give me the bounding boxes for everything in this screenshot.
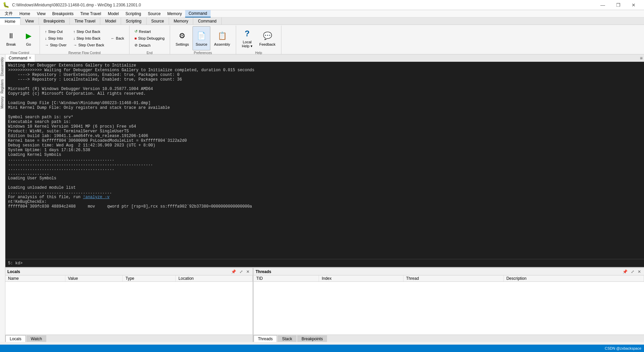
ribbon-tab-model[interactable]: Model xyxy=(100,17,121,25)
flow-control-buttons: ⏸ Break ▶ Go xyxy=(3,26,37,50)
go-button[interactable]: ▶ Go xyxy=(20,26,37,50)
bottom-panels: Locals 📌 ⤢ ✕ Name Value Type Location xyxy=(5,268,644,342)
titlebar-controls: — ❐ ✕ xyxy=(595,0,641,10)
threads-data-table: TID Index Thread Description xyxy=(254,275,644,282)
ribbon-tab-source[interactable]: Source xyxy=(147,17,169,25)
menu-item-scripting[interactable]: Scripting xyxy=(122,10,145,17)
menu-item-home[interactable]: Home xyxy=(16,10,34,17)
threads-close-button[interactable]: ✕ xyxy=(637,269,642,274)
ribbon-group-reverse-flow: ↑ Step Out ↓ Step Into → Step Over ↑ xyxy=(40,26,129,55)
stop-debugging-label: Stop Debugging xyxy=(138,36,165,40)
source-icon: 📄 xyxy=(196,31,207,41)
step-into-back-button[interactable]: ↓ Step Into Back xyxy=(71,35,107,41)
command-tab-label: Command xyxy=(9,56,27,60)
tab-watch[interactable]: Watch xyxy=(26,335,47,342)
back-label: Back xyxy=(116,36,124,40)
tab-locals[interactable]: Locals xyxy=(5,335,26,342)
step-out-back-label: Step Out Back xyxy=(76,30,100,34)
menu-item-command[interactable]: Command xyxy=(185,10,210,17)
local-help-button[interactable]: ? LocalHelp ▾ xyxy=(239,26,256,50)
source-button[interactable]: 📄 Source xyxy=(193,26,210,50)
threads-panel-header: Threads 📌 ⤢ ✕ xyxy=(254,268,644,275)
restart-icon: ↺ xyxy=(135,29,138,34)
settings-button[interactable]: ⚙ Settings xyxy=(173,26,192,50)
local-help-label: LocalHelp ▾ xyxy=(242,40,253,48)
ribbon-tab-home[interactable]: Home xyxy=(0,17,20,25)
analyze-link[interactable]: !analyze -v xyxy=(83,195,109,200)
ribbon-tab-breakpoints[interactable]: Breakpoints xyxy=(39,17,70,25)
go-label: Go xyxy=(26,42,31,46)
minimize-button[interactable]: — xyxy=(595,0,610,10)
tab-breakpoints[interactable]: Breakpoints xyxy=(297,335,327,342)
step-out-back-button[interactable]: ↑ Step Out Back xyxy=(71,29,107,35)
locals-col-location: Location xyxy=(176,275,253,282)
locals-col-name: Name xyxy=(5,275,65,282)
sidebar-item-disassembly[interactable]: Disassembly xyxy=(0,56,5,78)
back-button[interactable]: ← Back xyxy=(109,35,126,41)
close-button[interactable]: ✕ xyxy=(626,0,641,10)
sidebar-item-registers[interactable]: Registers xyxy=(0,78,5,95)
stop-debugging-icon: ■ xyxy=(135,36,137,40)
command-input[interactable] xyxy=(24,261,641,266)
tab-stack[interactable]: Stack xyxy=(278,335,297,342)
ribbon-tab-view[interactable]: View xyxy=(20,17,39,25)
threads-pin-button[interactable]: 📌 xyxy=(622,269,629,274)
threads-panel-title: Threads xyxy=(256,269,620,274)
threads-panel-tabs: Threads Stack Breakpoints xyxy=(254,335,644,342)
assembly-label: Assembly xyxy=(214,42,230,46)
command-area: Command ✕ ≡ Waiting for Debugger Extensi… xyxy=(5,54,644,268)
locals-panel-title: Locals xyxy=(7,269,229,274)
tab-threads[interactable]: Threads xyxy=(254,335,277,342)
ribbon-group-preferences: ⚙ Settings 📄 Source 📋 Assembly Preferenc… xyxy=(170,26,236,55)
ribbon-tab-memory[interactable]: Memory xyxy=(169,17,193,25)
assembly-button[interactable]: 📋 Assembly xyxy=(211,26,233,50)
step-over-back-button[interactable]: → Step Over Back xyxy=(71,42,107,48)
break-button[interactable]: ⏸ Break xyxy=(3,26,19,50)
threads-float-button[interactable]: ⤢ xyxy=(630,269,635,274)
menubar: 文件HomeViewBreakpointsTime TravelModelScr… xyxy=(0,10,644,17)
titlebar-left: 🐛 C:\Windows\Minidump\080223-11468-01.dm… xyxy=(3,2,141,8)
settings-label: Settings xyxy=(176,42,189,46)
step-into-icon: ↓ xyxy=(45,36,47,40)
command-output[interactable]: Waiting for Debugger Extensions Gallery … xyxy=(5,62,644,259)
command-scroll-button[interactable]: ≡ xyxy=(639,55,644,61)
statusbar: CSDN @zxbackspace xyxy=(0,345,644,352)
menu-item-文件[interactable]: 文件 xyxy=(1,10,16,17)
reverse-flow-buttons: ↑ Step Out ↓ Step Into → Step Over ↑ xyxy=(43,26,126,50)
step-over-label: Step Over xyxy=(50,43,67,47)
command-tab-close-button[interactable]: ✕ xyxy=(29,56,32,60)
menu-item-breakpoints[interactable]: Breakpoints xyxy=(49,10,77,17)
menu-item-model[interactable]: Model xyxy=(104,10,122,17)
step-out-button[interactable]: ↑ Step Out xyxy=(43,29,69,35)
source-label: Source xyxy=(196,42,207,46)
go-icon: ▶ xyxy=(23,31,34,41)
locals-close-button[interactable]: ✕ xyxy=(245,269,251,274)
restart-label: Restart xyxy=(139,30,151,34)
menu-item-time travel[interactable]: Time Travel xyxy=(77,10,104,17)
feedback-button[interactable]: 💬 Feedback xyxy=(256,26,278,50)
app-icon: 🐛 xyxy=(3,2,9,8)
locals-pin-button[interactable]: 📌 xyxy=(230,269,237,274)
command-tab[interactable]: Command ✕ xyxy=(5,54,35,62)
step-over-button[interactable]: → Step Over xyxy=(43,42,69,48)
locals-float-button[interactable]: ⤢ xyxy=(238,269,244,274)
ribbon: HomeViewBreakpointsTime TravelModelScrip… xyxy=(0,17,644,54)
locals-panel-tabs: Locals Watch xyxy=(5,335,253,342)
main: Command ✕ ≡ Waiting for Debugger Extensi… xyxy=(5,54,644,342)
ribbon-tab-time-travel[interactable]: Time Travel xyxy=(70,17,100,25)
step-into-button[interactable]: ↓ Step Into xyxy=(43,35,69,41)
step-over-back-label: Step Over Back xyxy=(78,43,104,47)
sidebar-item-memory[interactable]: Memory xyxy=(0,95,5,110)
menu-item-view[interactable]: View xyxy=(34,10,49,17)
ribbon-tab-command[interactable]: Command xyxy=(193,17,221,25)
menu-item-source[interactable]: Source xyxy=(145,10,164,17)
stop-debugging-button[interactable]: ■ Stop Debugging xyxy=(132,35,167,41)
ribbon-tab-scripting[interactable]: Scripting xyxy=(121,17,147,25)
detach-button[interactable]: ⊘ Detach xyxy=(132,42,167,48)
threads-table: TID Index Thread Description xyxy=(254,275,644,335)
menu-item-memory[interactable]: Memory xyxy=(164,10,185,17)
threads-col-thread: Thread xyxy=(403,275,503,282)
maximize-button[interactable]: ❐ xyxy=(610,0,626,10)
restart-button[interactable]: ↺ Restart xyxy=(132,28,167,35)
step-over-back-icon: → xyxy=(73,43,77,47)
